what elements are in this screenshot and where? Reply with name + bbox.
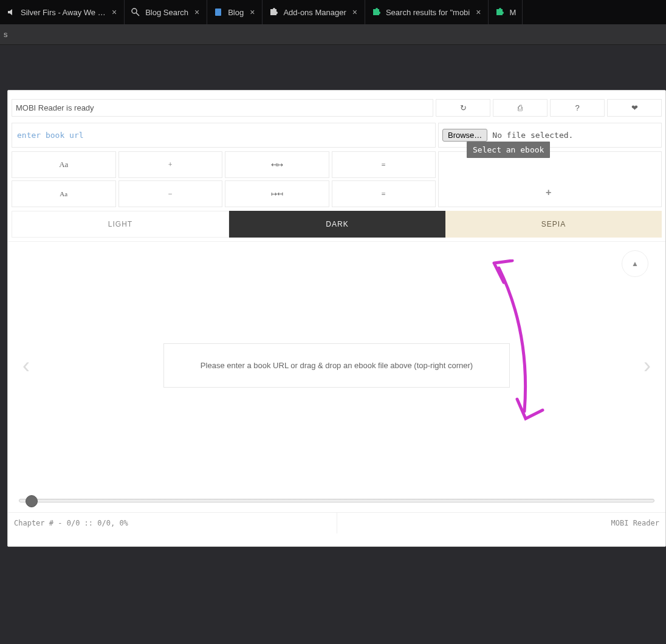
font-icon: Aa [60, 190, 67, 197]
theme-light-button[interactable]: LIGHT [12, 211, 229, 238]
close-icon[interactable]: × [193, 7, 201, 17]
help-button[interactable]: ? [550, 99, 605, 117]
tab-label: M [509, 8, 516, 17]
browser-tab[interactable]: Silver Firs - Away We Go × [0, 0, 125, 24]
print-button[interactable]: ⎙ [493, 99, 548, 117]
tab-label: Blog Search [145, 8, 188, 17]
tab-label: Search results for "mobi [386, 8, 470, 17]
plus-icon: + [168, 160, 173, 170]
chapter-status: Chapter # - 0/0 :: 0/0, 0% [8, 513, 337, 533]
print-icon: ⎙ [518, 103, 523, 112]
lineheight-icon: ≡ [382, 160, 386, 170]
heart-icon: ❤ [631, 103, 638, 112]
help-icon: ? [575, 103, 579, 112]
widen-button[interactable]: ↤↦ [225, 151, 329, 178]
tab-label: Silver Firs - Away We Go [21, 8, 106, 17]
tab-label: Blog [228, 8, 244, 17]
side-dropzone[interactable]: + [438, 151, 662, 207]
widen-icon: ↤↦ [271, 160, 283, 170]
app-name-label: MOBI Reader [337, 513, 666, 533]
empty-state-message: Please enter a book URL or drag & drop a… [163, 343, 510, 388]
scroll-top-button[interactable]: ▲ [622, 250, 648, 277]
reader-viewport: ▲ ‹ › Please enter a book URL or drag & … [8, 241, 665, 489]
footer: Chapter # - 0/0 :: 0/0, 0% MOBI Reader [8, 512, 665, 533]
browser-toolbar: s [0, 24, 666, 45]
browser-tab[interactable]: Blog Search × [125, 0, 207, 24]
browser-tab[interactable]: Search results for "mobi × [365, 0, 489, 24]
close-icon[interactable]: × [475, 7, 482, 17]
doc-icon [213, 7, 223, 17]
progress-slider[interactable] [19, 499, 654, 502]
theme-selector: LIGHT DARK SEPIA [8, 211, 665, 241]
font-increase-button[interactable]: Aa [12, 151, 116, 178]
browser-tab-bar: Silver Firs - Away We Go × Blog Search ×… [0, 0, 666, 24]
reload-button[interactable]: ↻ [436, 99, 490, 117]
font-decrease-button[interactable]: Aa [12, 180, 116, 207]
file-picker-area[interactable]: Browse… No file selected. Select an eboo… [438, 123, 662, 148]
line-height-inc-button[interactable]: ≡ [332, 151, 436, 178]
theme-sepia-button[interactable]: SEPIA [445, 211, 662, 238]
browser-tab[interactable]: Add-ons Manager × [263, 0, 365, 24]
next-page-button[interactable]: › [644, 353, 651, 379]
puzzle-icon [269, 7, 278, 17]
browser-tab[interactable]: M [489, 0, 523, 24]
puzzle-green-icon [371, 7, 381, 17]
narrow-icon: ↦↤ [271, 190, 283, 199]
tab-label: Add-ons Manager [283, 8, 346, 17]
line-height-dec-button[interactable]: ≡ [332, 180, 436, 207]
text-controls: Aa + ↤↦ ≡ Aa − ↦↤ ≡ [12, 151, 436, 207]
svg-point-0 [132, 9, 137, 13]
reader-app: MOBI Reader is ready ↻ ⎙ ? ❤ Browse… No … [7, 90, 666, 547]
browser-tab[interactable]: Blog × [207, 0, 263, 24]
svg-rect-2 [215, 9, 221, 16]
prev-page-button[interactable]: ‹ [22, 353, 30, 379]
browse-button[interactable]: Browse… [442, 129, 487, 142]
progress-slider-row [8, 489, 665, 512]
zoom-out-button[interactable]: − [118, 180, 223, 207]
status-message: MOBI Reader is ready [12, 99, 433, 117]
font-icon: Aa [59, 160, 68, 170]
minus-icon: − [168, 190, 173, 199]
svg-line-1 [136, 13, 139, 16]
toolbar-fragment: s [4, 30, 8, 39]
puzzle-green-icon [495, 7, 504, 17]
lineheight-icon: ≡ [382, 190, 386, 199]
search-icon [131, 7, 140, 17]
close-icon[interactable]: × [351, 7, 359, 17]
triangle-up-icon: ▲ [631, 259, 639, 268]
close-icon[interactable]: × [249, 7, 256, 17]
zoom-in-button[interactable]: + [118, 151, 223, 178]
narrow-button[interactable]: ↦↤ [225, 180, 329, 207]
theme-dark-button[interactable]: DARK [229, 211, 445, 238]
slider-thumb[interactable] [26, 495, 38, 507]
audio-icon [6, 7, 16, 17]
reload-icon: ↻ [460, 103, 467, 112]
add-icon: + [546, 187, 551, 198]
file-status: No file selected. [492, 131, 573, 140]
favorite-button[interactable]: ❤ [607, 99, 662, 117]
book-url-input[interactable] [12, 123, 436, 148]
close-icon[interactable]: × [111, 7, 118, 17]
